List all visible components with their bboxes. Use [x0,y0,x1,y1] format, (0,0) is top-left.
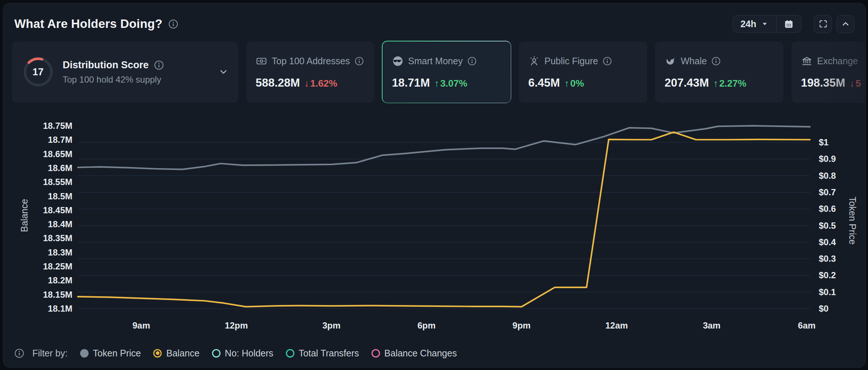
filter-item[interactable]: No: Holders [212,348,273,359]
x-tick: 9pm [513,320,531,331]
filter-by-label: Filter by: [32,348,68,359]
filter-dot-balance [153,349,162,358]
filter-item[interactable]: Balance [153,348,199,359]
filter-dot-balance-changes [372,349,380,358]
x-tick: 3pm [322,320,340,331]
x-axis-ticks: 9am12pm3pm6pm9pm12am3am6am [3,3,865,367]
filter-item[interactable]: Token Price [80,348,141,359]
filter-dot-no-holders [212,349,220,358]
right-axis-title: Token Price [847,197,858,245]
x-tick: 3am [703,320,721,331]
x-tick: 6pm [417,320,435,331]
x-tick: 12am [605,320,628,331]
x-tick: 6am [798,320,815,331]
info-icon[interactable] [14,348,24,358]
left-axis-title: Balance [19,199,30,232]
filter-dot-total-transfers [286,349,294,358]
x-tick: 12pm [225,320,248,331]
filter-bar: Filter by: Token Price Balance No: Holde… [14,345,457,362]
holders-panel: What Are Holders Doing? 24h [3,3,866,368]
filter-item[interactable]: Balance Changes [372,348,457,359]
filter-dot-token-price [80,349,89,358]
filter-item[interactable]: Total Transfers [286,348,359,359]
x-tick: 9am [132,320,150,331]
